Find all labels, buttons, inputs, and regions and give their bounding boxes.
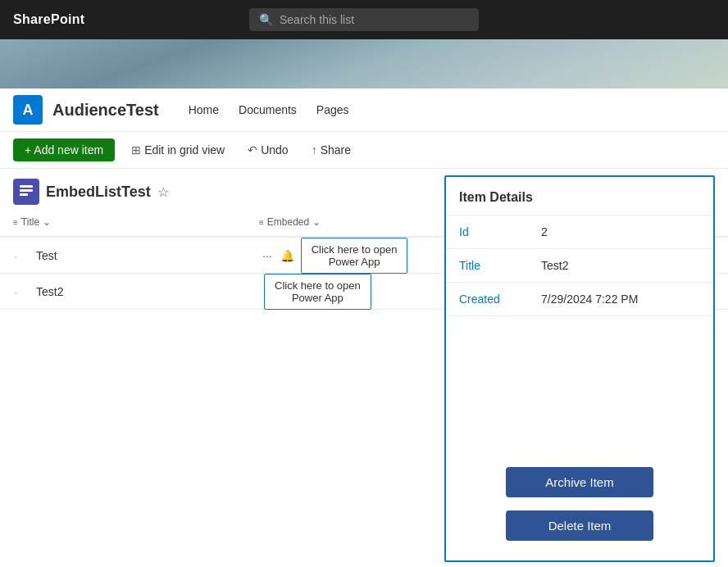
site-header: A AudienceTest Home Documents Pages — [0, 88, 728, 132]
panel-title: Item Details — [446, 177, 713, 215]
list-title: EmbedListTest — [46, 184, 151, 201]
toolbar: + Add new item ⊞ Edit in grid view ↶ Und… — [0, 132, 728, 169]
col-header-embeded[interactable]: ≡ Embeded ⌄ — [259, 216, 321, 228]
grid-icon: ⊞ — [131, 143, 141, 156]
nav-home[interactable]: Home — [189, 100, 219, 120]
panel-actions: Archive Item Delete Item — [446, 447, 713, 560]
power-app-button-2[interactable]: Click here to open Power App — [264, 274, 371, 310]
col-embeded-icon: ≡ — [259, 218, 264, 227]
add-new-item-button[interactable]: + Add new item — [13, 138, 115, 161]
search-bar[interactable]: 🔍 Search this list — [249, 8, 479, 31]
list-icon — [13, 179, 39, 205]
list-area: EmbedListTest ☆ ≡ Title ⌄ ≡ Embeded ⌄ ● … — [0, 169, 728, 567]
share-button[interactable]: ↑ Share — [305, 140, 357, 160]
search-placeholder: Search this list — [280, 13, 354, 26]
delete-item-button[interactable]: Delete Item — [506, 510, 653, 541]
search-icon: 🔍 — [259, 13, 273, 26]
row-title-1: Test — [36, 249, 257, 262]
col-sort-icon: ⌄ — [43, 216, 51, 228]
svg-rect-1 — [20, 189, 33, 192]
details-panel: Item Details Id 2 Title Test2 Created 7/… — [444, 175, 715, 562]
panel-value-id: 2 — [528, 215, 713, 248]
archive-item-button[interactable]: Archive Item — [506, 467, 653, 497]
row-actions-1: ··· 🔔 — [257, 247, 294, 264]
undo-button[interactable]: ↶ Undo — [241, 140, 294, 160]
panel-label-id: Id — [446, 215, 528, 248]
col-header-title[interactable]: ≡ Title ⌄ — [13, 216, 259, 228]
list-icon-svg — [19, 184, 34, 199]
row-checkbox-2[interactable]: ● — [13, 285, 30, 298]
panel-label-title: Title — [446, 249, 528, 282]
share-icon: ↑ — [312, 143, 317, 156]
nav-pages[interactable]: Pages — [316, 100, 349, 120]
svg-rect-0 — [20, 185, 33, 188]
hero-banner — [0, 39, 728, 88]
site-nav: Home Documents Pages — [189, 100, 349, 120]
site-title: AudienceTest — [52, 101, 159, 120]
row-checkbox-1[interactable]: ● — [13, 249, 30, 262]
row-title-2: Test2 — [36, 285, 257, 298]
row-ellipsis-1[interactable]: ··· — [257, 247, 277, 264]
edit-grid-view-button[interactable]: ⊞ Edit in grid view — [125, 140, 231, 160]
panel-field-id: Id 2 — [446, 215, 713, 249]
favorite-star-icon[interactable]: ☆ — [157, 184, 169, 200]
row-share-icon-1[interactable]: 🔔 — [280, 249, 294, 262]
nav-documents[interactable]: Documents — [239, 100, 297, 120]
svg-rect-2 — [20, 193, 28, 196]
panel-label-created: Created — [446, 283, 528, 315]
col-title-icon: ≡ — [13, 218, 18, 227]
col-embeded-sort-icon: ⌄ — [312, 216, 321, 228]
undo-icon: ↶ — [248, 143, 257, 156]
panel-field-created: Created 7/29/2024 7:22 PM — [446, 283, 713, 316]
site-icon: A — [13, 95, 43, 125]
sharepoint-logo: SharePoint — [13, 12, 84, 27]
header-bar: SharePoint 🔍 Search this list — [0, 0, 728, 39]
panel-value-title: Test2 — [528, 249, 713, 282]
panel-value-created: 7/29/2024 7:22 PM — [528, 283, 713, 315]
panel-field-title: Title Test2 — [446, 249, 713, 283]
power-app-button-1[interactable]: Click here to open Power App — [301, 238, 408, 274]
main-content: EmbedListTest ☆ ≡ Title ⌄ ≡ Embeded ⌄ ● … — [0, 169, 728, 567]
